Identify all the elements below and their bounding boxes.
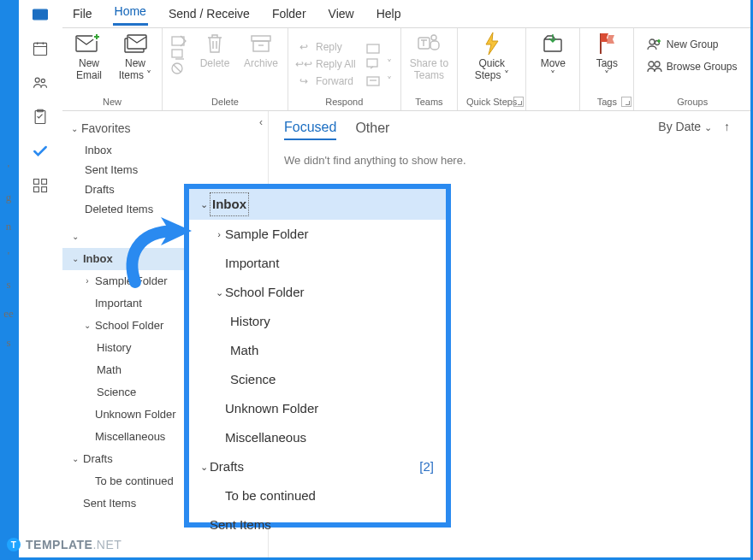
callout-sample-folder[interactable]: ›Sample Folder — [189, 220, 446, 249]
ribbon-group-teams: Share to Teams Teams — [401, 28, 458, 110]
forward-button[interactable]: ↪Forward — [297, 74, 356, 89]
callout-math[interactable]: Math — [189, 336, 446, 365]
browse-groups-label: Browse Groups — [667, 59, 738, 74]
menu-file[interactable]: File — [71, 3, 94, 26]
junk-mini-icon[interactable] — [171, 62, 187, 74]
ignore-mini-icon[interactable] — [171, 35, 187, 47]
menu-folder[interactable]: Folder — [270, 3, 308, 26]
callout-inbox[interactable]: ⌄Inbox — [189, 189, 446, 220]
collapse-pane-button[interactable]: ‹ — [259, 116, 263, 128]
callout-miscellaneous[interactable]: Miscellaneous — [189, 423, 446, 452]
people-rail-icon[interactable] — [31, 74, 50, 92]
meeting-mini-icon[interactable] — [366, 43, 392, 55]
reply-label: Reply — [316, 39, 342, 55]
callout-important-label: Important — [225, 252, 279, 274]
reply-icon: ↩ — [297, 40, 311, 54]
svg-rect-19 — [367, 44, 379, 53]
quicksteps-dialog-launcher[interactable] — [513, 97, 524, 107]
reply-all-label: Reply All — [316, 56, 356, 72]
reply-button[interactable]: ↩Reply — [297, 39, 356, 55]
new-group-icon — [648, 38, 661, 51]
share-to-teams-label: Share to Teams — [410, 57, 448, 81]
reply-all-button[interactable]: ↩↩Reply All — [297, 56, 356, 72]
ribbon-group-groups: New Group Browse Groups Groups — [634, 28, 750, 110]
callout-misc-label: Miscellaneous — [225, 427, 306, 449]
browse-groups-button[interactable]: Browse Groups — [648, 59, 738, 74]
callout-unknown-folder[interactable]: Unknown Folder — [189, 394, 446, 423]
svg-rect-9 — [42, 187, 47, 192]
menu-send-receive[interactable]: Send / Receive — [167, 3, 252, 26]
new-group-button[interactable]: New Group — [648, 37, 719, 52]
callout-sample-label: Sample Folder — [225, 223, 309, 245]
forward-icon: ↪ — [297, 74, 311, 88]
cleanup-mini-icon[interactable] — [171, 49, 187, 61]
chevron-down-icon: ⌄ — [704, 122, 712, 133]
sort-bydate[interactable]: By Date ⌄ — [658, 120, 712, 133]
quick-steps-button[interactable]: Quick Steps ˅ — [474, 32, 510, 81]
tags-button[interactable]: Tags ˅ — [589, 32, 625, 81]
svg-rect-17 — [252, 36, 270, 41]
ribbon-group-tags: Tags ˅ Tags — [580, 28, 634, 110]
share-to-teams-button[interactable]: Share to Teams — [410, 32, 448, 81]
svg-rect-20 — [367, 59, 377, 67]
callout-history[interactable]: History — [189, 307, 446, 336]
archive-label: Archive — [244, 57, 278, 69]
reply-all-icon: ↩↩ — [297, 57, 311, 71]
menu-view[interactable]: View — [327, 3, 356, 26]
callout-tbc[interactable]: To be continued — [189, 481, 446, 510]
ribbon-group-respond-label: Respond — [325, 97, 363, 109]
chevron-down-icon: ⌄ — [213, 281, 225, 304]
callout-sent-items[interactable]: Sent Items — [189, 510, 446, 539]
favorites-header-label: Favorites — [81, 121, 131, 135]
more-apps-rail-icon[interactable] — [31, 176, 50, 195]
archive-button[interactable]: Archive — [243, 32, 279, 69]
move-button[interactable]: Move ˅ — [535, 32, 571, 81]
ribbon-group-respond: ↩Reply ↩↩Reply All ↪Forward ˅ ˅ Respond — [288, 28, 401, 110]
watermark-badge-icon: T — [7, 538, 21, 551]
tags-dialog-launcher[interactable] — [621, 97, 631, 107]
ribbon-group-teams-label: Teams — [415, 97, 442, 109]
tree-important-label: Important — [95, 294, 142, 313]
menu-home[interactable]: Home — [113, 1, 148, 26]
callout-school-folder[interactable]: ⌄School Folder — [189, 278, 446, 307]
chevron-down-icon: ⌄ — [83, 316, 92, 335]
watermark-brand: TEMPLATE — [26, 538, 92, 551]
tasks-rail-icon[interactable] — [31, 108, 50, 127]
tree-sent-label: Sent Items — [83, 494, 136, 513]
callout-important[interactable]: Important — [189, 249, 446, 278]
svg-rect-4 — [35, 111, 45, 124]
new-items-button[interactable]: New Items ˅ — [117, 32, 153, 81]
move-label: Move ˅ — [541, 57, 566, 81]
menu-help[interactable]: Help — [375, 3, 403, 26]
calendar-rail-icon[interactable] — [31, 39, 50, 58]
tab-other[interactable]: Other — [355, 121, 389, 139]
new-email-button[interactable]: New Email — [71, 32, 107, 81]
todo-rail-icon[interactable] — [31, 142, 50, 161]
mail-rail-icon[interactable] — [31, 5, 50, 24]
callout-school-label: School Folder — [225, 281, 305, 304]
svg-point-29 — [655, 62, 660, 67]
chevron-down-icon: ⌄ — [71, 124, 78, 133]
sort-direction[interactable]: ↑ — [724, 120, 730, 133]
fav-inbox[interactable]: Inbox — [62, 140, 268, 160]
callout-science[interactable]: Science — [189, 365, 446, 394]
left-edge-decor: 'gn'sees — [2, 154, 15, 357]
callout-drafts[interactable]: ⌄Drafts[2] — [189, 452, 446, 481]
tab-focused[interactable]: Focused — [284, 120, 336, 140]
im-mini-icon[interactable]: ˅ — [366, 56, 392, 72]
new-items-label: New Items ˅ — [119, 57, 152, 81]
sort-bydate-label: By Date — [658, 120, 701, 133]
tree-unknown-label: Unknown Folder — [95, 405, 176, 424]
chevron-down-icon: ⌄ — [71, 227, 80, 246]
delete-button[interactable]: Delete — [197, 32, 233, 69]
fav-sent-items[interactable]: Sent Items — [62, 160, 268, 180]
svg-rect-24 — [430, 41, 439, 50]
callout-unknown-label: Unknown Folder — [225, 398, 318, 420]
callout-overlay: ⌄Inbox ›Sample Folder Important ⌄School … — [184, 184, 451, 528]
tree-drafts-label: Drafts — [83, 450, 113, 469]
ribbon-group-move-label — [552, 97, 554, 109]
favorites-header[interactable]: ⌄Favorites — [62, 116, 268, 140]
tree-inbox-label: Inbox — [83, 250, 113, 268]
more-respond-mini-icon[interactable]: ˅ — [366, 74, 392, 89]
svg-point-3 — [41, 79, 44, 82]
